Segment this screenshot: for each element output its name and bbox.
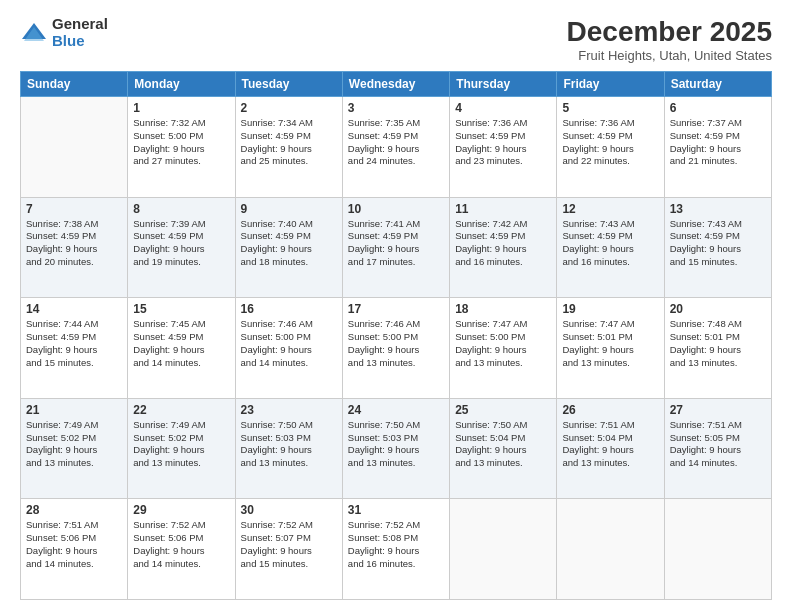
calendar-cell: 29Sunrise: 7:52 AM Sunset: 5:06 PM Dayli… bbox=[128, 499, 235, 600]
calendar-cell bbox=[664, 499, 771, 600]
calendar-cell: 16Sunrise: 7:46 AM Sunset: 5:00 PM Dayli… bbox=[235, 298, 342, 399]
calendar-cell: 31Sunrise: 7:52 AM Sunset: 5:08 PM Dayli… bbox=[342, 499, 449, 600]
calendar-cell: 13Sunrise: 7:43 AM Sunset: 4:59 PM Dayli… bbox=[664, 197, 771, 298]
calendar-cell: 18Sunrise: 7:47 AM Sunset: 5:00 PM Dayli… bbox=[450, 298, 557, 399]
day-info: Sunrise: 7:46 AM Sunset: 5:00 PM Dayligh… bbox=[348, 318, 444, 369]
day-number: 15 bbox=[133, 302, 229, 316]
logo-icon bbox=[20, 19, 48, 47]
day-info: Sunrise: 7:39 AM Sunset: 4:59 PM Dayligh… bbox=[133, 218, 229, 269]
day-number: 2 bbox=[241, 101, 337, 115]
calendar-cell: 10Sunrise: 7:41 AM Sunset: 4:59 PM Dayli… bbox=[342, 197, 449, 298]
day-number: 23 bbox=[241, 403, 337, 417]
title-block: December 2025 Fruit Heights, Utah, Unite… bbox=[567, 16, 772, 63]
day-number: 3 bbox=[348, 101, 444, 115]
weekday-header: Monday bbox=[128, 72, 235, 97]
day-number: 26 bbox=[562, 403, 658, 417]
calendar-cell: 20Sunrise: 7:48 AM Sunset: 5:01 PM Dayli… bbox=[664, 298, 771, 399]
day-number: 22 bbox=[133, 403, 229, 417]
calendar-cell: 5Sunrise: 7:36 AM Sunset: 4:59 PM Daylig… bbox=[557, 97, 664, 198]
day-info: Sunrise: 7:50 AM Sunset: 5:03 PM Dayligh… bbox=[241, 419, 337, 470]
calendar-cell: 27Sunrise: 7:51 AM Sunset: 5:05 PM Dayli… bbox=[664, 398, 771, 499]
calendar-header: SundayMondayTuesdayWednesdayThursdayFrid… bbox=[21, 72, 772, 97]
weekday-header: Sunday bbox=[21, 72, 128, 97]
day-number: 29 bbox=[133, 503, 229, 517]
day-number: 24 bbox=[348, 403, 444, 417]
calendar-cell: 17Sunrise: 7:46 AM Sunset: 5:00 PM Dayli… bbox=[342, 298, 449, 399]
day-number: 27 bbox=[670, 403, 766, 417]
header: General Blue December 2025 Fruit Heights… bbox=[20, 16, 772, 63]
day-number: 17 bbox=[348, 302, 444, 316]
calendar-cell: 7Sunrise: 7:38 AM Sunset: 4:59 PM Daylig… bbox=[21, 197, 128, 298]
day-info: Sunrise: 7:37 AM Sunset: 4:59 PM Dayligh… bbox=[670, 117, 766, 168]
day-number: 28 bbox=[26, 503, 122, 517]
day-info: Sunrise: 7:49 AM Sunset: 5:02 PM Dayligh… bbox=[133, 419, 229, 470]
day-info: Sunrise: 7:32 AM Sunset: 5:00 PM Dayligh… bbox=[133, 117, 229, 168]
day-info: Sunrise: 7:49 AM Sunset: 5:02 PM Dayligh… bbox=[26, 419, 122, 470]
day-info: Sunrise: 7:36 AM Sunset: 4:59 PM Dayligh… bbox=[455, 117, 551, 168]
day-number: 25 bbox=[455, 403, 551, 417]
day-info: Sunrise: 7:48 AM Sunset: 5:01 PM Dayligh… bbox=[670, 318, 766, 369]
day-number: 18 bbox=[455, 302, 551, 316]
day-info: Sunrise: 7:52 AM Sunset: 5:07 PM Dayligh… bbox=[241, 519, 337, 570]
calendar-cell: 25Sunrise: 7:50 AM Sunset: 5:04 PM Dayli… bbox=[450, 398, 557, 499]
calendar-cell bbox=[450, 499, 557, 600]
calendar-cell: 24Sunrise: 7:50 AM Sunset: 5:03 PM Dayli… bbox=[342, 398, 449, 499]
weekday-header: Saturday bbox=[664, 72, 771, 97]
day-number: 14 bbox=[26, 302, 122, 316]
weekday-header: Thursday bbox=[450, 72, 557, 97]
calendar-cell: 19Sunrise: 7:47 AM Sunset: 5:01 PM Dayli… bbox=[557, 298, 664, 399]
calendar-cell: 15Sunrise: 7:45 AM Sunset: 4:59 PM Dayli… bbox=[128, 298, 235, 399]
day-info: Sunrise: 7:40 AM Sunset: 4:59 PM Dayligh… bbox=[241, 218, 337, 269]
calendar-cell: 26Sunrise: 7:51 AM Sunset: 5:04 PM Dayli… bbox=[557, 398, 664, 499]
calendar-cell bbox=[557, 499, 664, 600]
main-title: December 2025 bbox=[567, 16, 772, 48]
day-info: Sunrise: 7:42 AM Sunset: 4:59 PM Dayligh… bbox=[455, 218, 551, 269]
day-number: 21 bbox=[26, 403, 122, 417]
calendar-cell: 3Sunrise: 7:35 AM Sunset: 4:59 PM Daylig… bbox=[342, 97, 449, 198]
logo-blue-text: Blue bbox=[52, 33, 108, 50]
day-info: Sunrise: 7:52 AM Sunset: 5:06 PM Dayligh… bbox=[133, 519, 229, 570]
day-info: Sunrise: 7:38 AM Sunset: 4:59 PM Dayligh… bbox=[26, 218, 122, 269]
calendar-cell: 9Sunrise: 7:40 AM Sunset: 4:59 PM Daylig… bbox=[235, 197, 342, 298]
day-info: Sunrise: 7:43 AM Sunset: 4:59 PM Dayligh… bbox=[562, 218, 658, 269]
day-info: Sunrise: 7:51 AM Sunset: 5:05 PM Dayligh… bbox=[670, 419, 766, 470]
weekday-header: Tuesday bbox=[235, 72, 342, 97]
logo: General Blue bbox=[20, 16, 108, 49]
day-info: Sunrise: 7:51 AM Sunset: 5:06 PM Dayligh… bbox=[26, 519, 122, 570]
day-number: 1 bbox=[133, 101, 229, 115]
day-info: Sunrise: 7:50 AM Sunset: 5:03 PM Dayligh… bbox=[348, 419, 444, 470]
calendar-cell: 21Sunrise: 7:49 AM Sunset: 5:02 PM Dayli… bbox=[21, 398, 128, 499]
day-info: Sunrise: 7:43 AM Sunset: 4:59 PM Dayligh… bbox=[670, 218, 766, 269]
day-number: 7 bbox=[26, 202, 122, 216]
calendar-body: 1Sunrise: 7:32 AM Sunset: 5:00 PM Daylig… bbox=[21, 97, 772, 600]
day-info: Sunrise: 7:44 AM Sunset: 4:59 PM Dayligh… bbox=[26, 318, 122, 369]
day-info: Sunrise: 7:46 AM Sunset: 5:00 PM Dayligh… bbox=[241, 318, 337, 369]
weekday-header: Friday bbox=[557, 72, 664, 97]
calendar-cell bbox=[21, 97, 128, 198]
day-number: 10 bbox=[348, 202, 444, 216]
calendar-cell: 22Sunrise: 7:49 AM Sunset: 5:02 PM Dayli… bbox=[128, 398, 235, 499]
day-number: 4 bbox=[455, 101, 551, 115]
day-info: Sunrise: 7:41 AM Sunset: 4:59 PM Dayligh… bbox=[348, 218, 444, 269]
day-number: 6 bbox=[670, 101, 766, 115]
day-info: Sunrise: 7:50 AM Sunset: 5:04 PM Dayligh… bbox=[455, 419, 551, 470]
day-number: 12 bbox=[562, 202, 658, 216]
calendar-week-row: 1Sunrise: 7:32 AM Sunset: 5:00 PM Daylig… bbox=[21, 97, 772, 198]
calendar-cell: 2Sunrise: 7:34 AM Sunset: 4:59 PM Daylig… bbox=[235, 97, 342, 198]
day-number: 5 bbox=[562, 101, 658, 115]
day-number: 16 bbox=[241, 302, 337, 316]
calendar-cell: 4Sunrise: 7:36 AM Sunset: 4:59 PM Daylig… bbox=[450, 97, 557, 198]
day-number: 19 bbox=[562, 302, 658, 316]
day-info: Sunrise: 7:34 AM Sunset: 4:59 PM Dayligh… bbox=[241, 117, 337, 168]
day-info: Sunrise: 7:52 AM Sunset: 5:08 PM Dayligh… bbox=[348, 519, 444, 570]
weekday-header: Wednesday bbox=[342, 72, 449, 97]
weekday-row: SundayMondayTuesdayWednesdayThursdayFrid… bbox=[21, 72, 772, 97]
subtitle: Fruit Heights, Utah, United States bbox=[567, 48, 772, 63]
calendar-cell: 11Sunrise: 7:42 AM Sunset: 4:59 PM Dayli… bbox=[450, 197, 557, 298]
calendar-week-row: 21Sunrise: 7:49 AM Sunset: 5:02 PM Dayli… bbox=[21, 398, 772, 499]
calendar-week-row: 14Sunrise: 7:44 AM Sunset: 4:59 PM Dayli… bbox=[21, 298, 772, 399]
day-info: Sunrise: 7:36 AM Sunset: 4:59 PM Dayligh… bbox=[562, 117, 658, 168]
calendar-cell: 6Sunrise: 7:37 AM Sunset: 4:59 PM Daylig… bbox=[664, 97, 771, 198]
calendar-cell: 14Sunrise: 7:44 AM Sunset: 4:59 PM Dayli… bbox=[21, 298, 128, 399]
day-number: 30 bbox=[241, 503, 337, 517]
